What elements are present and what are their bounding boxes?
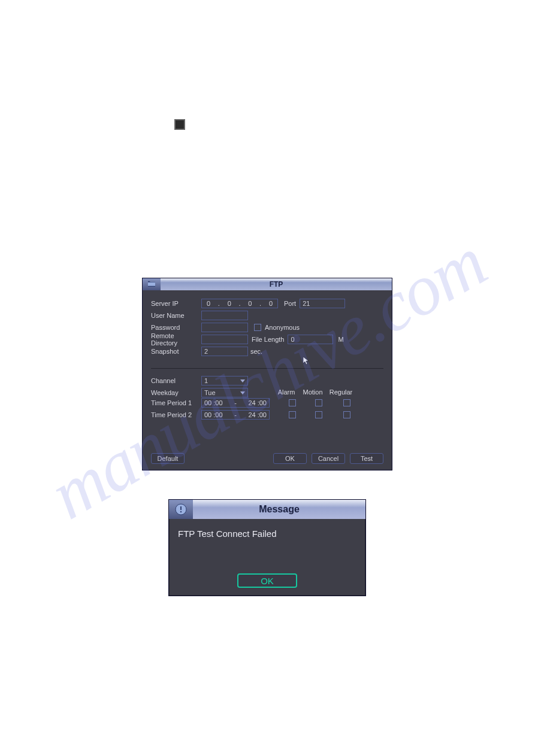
time-period-1-input[interactable]: 00 :00 - 24 :00 xyxy=(201,398,270,408)
anonymous-checkbox[interactable] xyxy=(254,324,261,331)
label-remote-dir: Remote Directory xyxy=(151,332,201,347)
ftp-window: FTP Server IP 0. 0. 0. 0 Port 21 User Na… xyxy=(142,278,392,470)
tp1-alarm-checkbox[interactable] xyxy=(289,399,296,406)
divider xyxy=(151,368,383,369)
remote-dir-input[interactable] xyxy=(201,335,248,344)
label-motion: Motion xyxy=(300,388,326,396)
message-text: FTP Test Connect Failed xyxy=(178,529,356,539)
label-weekday: Weekday xyxy=(151,389,201,396)
ftp-title-bar: FTP xyxy=(143,278,392,290)
label-port: Port xyxy=(284,300,296,307)
weekday-select[interactable]: Tue xyxy=(201,388,248,397)
label-time-period-2: Time Period 2 xyxy=(151,411,201,418)
default-button[interactable]: Default xyxy=(151,453,185,464)
label-snapshot: Snapshot xyxy=(151,348,201,355)
cancel-button[interactable]: Cancel xyxy=(312,453,345,464)
label-time-period-1: Time Period 1 xyxy=(151,399,201,406)
message-window: Message FTP Test Connect Failed OK xyxy=(168,499,366,596)
label-server-ip: Server IP xyxy=(151,300,201,307)
time-period-2-input[interactable]: 00 :00 - 24 :00 xyxy=(201,410,270,420)
tp2-alarm-checkbox[interactable] xyxy=(289,411,296,418)
label-sec: sec. xyxy=(250,348,262,355)
tp2-motion-checkbox[interactable] xyxy=(315,411,322,418)
channel-select[interactable]: 1 xyxy=(201,376,248,385)
label-user-name: User Name xyxy=(151,312,201,319)
file-length-input[interactable]: 0 xyxy=(288,335,333,344)
tp1-regular-checkbox[interactable] xyxy=(343,399,350,406)
ftp-title: FTP xyxy=(161,280,392,289)
message-window-icon xyxy=(169,500,193,519)
tp2-regular-checkbox[interactable] xyxy=(343,411,350,418)
label-password: Password xyxy=(151,324,201,331)
ftp-window-icon xyxy=(143,278,161,290)
checkbox-column-headers: Alarm Motion Regular xyxy=(273,388,383,396)
chevron-down-icon xyxy=(240,379,245,382)
ok-button[interactable]: OK xyxy=(273,453,307,464)
label-regular: Regular xyxy=(326,388,356,396)
decorative-square xyxy=(174,119,185,130)
port-input[interactable]: 21 xyxy=(300,299,345,308)
svg-point-1 xyxy=(180,511,182,512)
password-input[interactable] xyxy=(201,323,248,332)
message-title-bar: Message xyxy=(169,500,365,519)
label-alarm: Alarm xyxy=(273,388,300,396)
tp1-motion-checkbox[interactable] xyxy=(315,399,322,406)
label-file-length: File Length xyxy=(252,336,284,343)
test-button[interactable]: Test xyxy=(350,453,383,464)
label-m-unit: M xyxy=(338,336,343,343)
label-anonymous: Anonymous xyxy=(265,324,300,331)
message-title: Message xyxy=(193,504,365,515)
message-ok-button[interactable]: OK xyxy=(237,573,297,588)
chevron-down-icon xyxy=(240,391,245,394)
label-channel: Channel xyxy=(151,377,201,384)
server-ip-input[interactable]: 0. 0. 0. 0 xyxy=(201,299,278,308)
snapshot-input[interactable]: 2 xyxy=(201,347,248,356)
user-name-input[interactable] xyxy=(201,311,248,320)
